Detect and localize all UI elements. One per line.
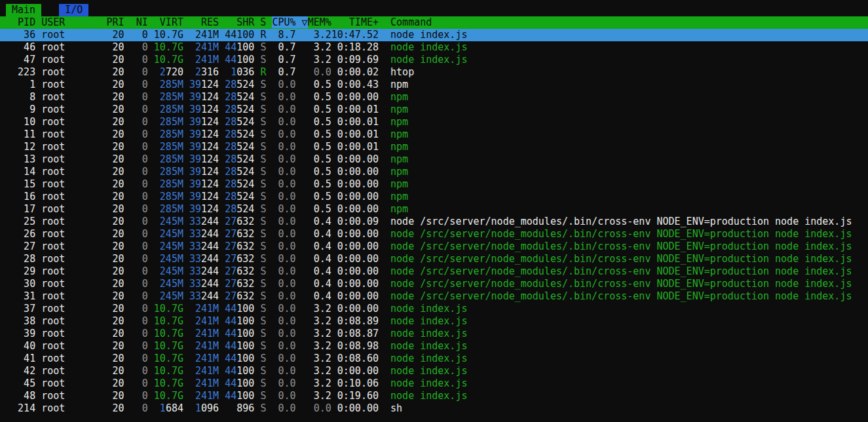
column-header-command[interactable]: Command	[390, 16, 432, 28]
shr-cell: 27	[225, 253, 236, 265]
ni-cell: 0	[124, 79, 148, 90]
process-row[interactable]: 9 root 20 0 285M 39124 28524 S 0.0 0.5 0…	[0, 104, 868, 116]
column-header-ni[interactable]: NI	[124, 16, 148, 28]
gap	[296, 128, 308, 140]
column-header-time[interactable]: TIME+	[331, 16, 379, 28]
process-row[interactable]: 38 root 20 0 10.7G 241M 44100 S 0.0 3.2 …	[0, 315, 868, 328]
pid-cell: 28	[0, 253, 35, 265]
process-row[interactable]: 12 root 20 0 285M 39124 28524 S 0.0 0.5 …	[0, 141, 868, 153]
virt-cell: 245M	[160, 228, 183, 240]
mem-cell: 0.4	[308, 278, 331, 290]
gap	[379, 253, 390, 265]
column-header-pid[interactable]: PID	[0, 16, 35, 28]
virt-cell: 285M	[160, 116, 183, 128]
shr-cell	[219, 265, 225, 277]
process-row[interactable]: 10 root 20 0 285M 39124 28524 S 0.0 0.5 …	[0, 116, 868, 128]
res-cell: 244	[201, 278, 219, 290]
mem-cell: 0.4	[308, 228, 331, 240]
process-row[interactable]: 40 root 20 0 10.7G 241M 44100 S 0.0 3.2 …	[0, 340, 868, 353]
res-cell	[183, 54, 195, 66]
res-cell	[183, 29, 195, 41]
res-cell: 124	[201, 116, 219, 128]
column-header-res[interactable]: RES	[183, 16, 219, 28]
command-cell: npm	[390, 128, 408, 140]
mem-cell: 3.2	[308, 328, 331, 339]
virt-cell: 285M	[160, 79, 183, 90]
shr-cell	[219, 340, 225, 352]
process-row[interactable]: 26 root 20 0 245M 33244 27632 S 0.0 0.4 …	[0, 228, 868, 240]
res-cell: 244	[201, 228, 219, 240]
command-cell: node index.js	[390, 353, 467, 364]
process-row[interactable]: 8 root 20 0 285M 39124 28524 S 0.0 0.5 0…	[0, 91, 868, 104]
virt-cell	[148, 66, 160, 78]
process-row[interactable]: 28 root 20 0 245M 33244 27632 S 0.0 0.4 …	[0, 253, 868, 265]
user-cell: root	[41, 166, 94, 178]
column-header-mem[interactable]: MEM%	[308, 16, 331, 28]
res-cell	[183, 153, 189, 165]
time-cell: 0:00.00	[331, 166, 379, 178]
process-row[interactable]: 25 root 20 0 245M 33244 27632 S 0.0 0.4 …	[0, 216, 868, 228]
process-row[interactable]: 39 root 20 0 10.7G 241M 44100 S 0.0 3.2 …	[0, 328, 868, 340]
pid-cell: 27	[0, 240, 35, 252]
process-row[interactable]: 31 root 20 0 245M 33244 27632 S 0.0 0.4 …	[0, 290, 868, 303]
time-cell: 0:00.00	[331, 228, 379, 240]
process-row[interactable]: 36 root 20 0 10.7G 241M 44100 R 8.7 3.21…	[0, 29, 868, 41]
mem-cell: 0.5	[308, 104, 331, 115]
column-header-pri[interactable]: PRI	[95, 16, 124, 28]
column-header-shr[interactable]: SHR	[219, 16, 254, 28]
pri-cell: 20	[95, 128, 124, 140]
res-cell	[183, 402, 195, 414]
process-row[interactable]: 42 root 20 0 10.7G 241M 44100 S 0.0 3.2 …	[0, 365, 868, 377]
user-cell: root	[41, 365, 94, 377]
ni-cell: 0	[124, 278, 148, 290]
column-header-cpu-sorted[interactable]: CPU% ▽	[272, 16, 307, 28]
user-cell: root	[41, 66, 94, 78]
shr-cell: 100	[236, 377, 254, 389]
shr-cell	[219, 303, 225, 315]
command-cell: npm	[390, 104, 408, 115]
process-row[interactable]: 14 root 20 0 285M 39124 28524 S 0.0 0.5 …	[0, 166, 868, 178]
process-row[interactable]: 13 root 20 0 285M 39124 28524 S 0.0 0.5 …	[0, 153, 868, 166]
gap	[35, 228, 41, 240]
cpu-cell: 0.0	[266, 104, 295, 115]
ni-cell: 0	[124, 104, 148, 115]
process-row[interactable]: 48 root 20 0 10.7G 241M 44100 S 0.0 3.2 …	[0, 390, 868, 402]
process-row[interactable]: 214 root 20 0 1684 1096 896 S 0.0 0.0 0:…	[0, 402, 868, 415]
pid-cell: 39	[0, 328, 35, 339]
virt-cell: 10.7G	[154, 328, 183, 339]
process-row[interactable]: 30 root 20 0 245M 33244 27632 S 0.0 0.4 …	[0, 278, 868, 290]
mem-cell: 0.4	[308, 216, 331, 227]
tab-main[interactable]: Main	[6, 4, 41, 16]
process-row[interactable]: 27 root 20 0 245M 33244 27632 S 0.0 0.4 …	[0, 240, 868, 253]
process-row[interactable]: 11 root 20 0 285M 39124 28524 S 0.0 0.5 …	[0, 128, 868, 141]
shr-cell: 27	[225, 240, 236, 252]
process-row[interactable]: 37 root 20 0 10.7G 241M 44100 S 0.0 3.2 …	[0, 303, 868, 315]
cpu-cell: 0.0	[266, 191, 295, 202]
res-cell: 33	[189, 240, 201, 252]
command-cell: npm	[390, 79, 408, 90]
virt-cell: 285M	[160, 178, 183, 190]
tab-io[interactable]: I/O	[59, 4, 88, 16]
process-row[interactable]: 15 root 20 0 285M 39124 28524 S 0.0 0.5 …	[0, 178, 868, 191]
process-row[interactable]: 1 root 20 0 285M 39124 28524 S 0.0 0.5 0…	[0, 79, 868, 91]
process-row[interactable]: 223 root 20 0 2720 2316 1036 R 0.7 0.0 0…	[0, 66, 868, 79]
gap	[35, 79, 41, 90]
process-row[interactable]: 41 root 20 0 10.7G 241M 44100 S 0.0 3.2 …	[0, 353, 868, 365]
cpu-cell: 0.0	[266, 178, 295, 190]
process-row[interactable]: 46 root 20 0 10.7G 241M 44100 S 0.7 3.2 …	[0, 41, 868, 54]
process-row[interactable]: 47 root 20 0 10.7G 241M 44100 S 0.7 3.2 …	[0, 54, 868, 66]
gap	[296, 79, 308, 90]
virt-cell: 10.7G	[154, 41, 183, 53]
process-row[interactable]: 17 root 20 0 285M 39124 28524 S 0.0 0.5 …	[0, 203, 868, 216]
process-row[interactable]: 16 root 20 0 285M 39124 28524 S 0.0 0.5 …	[0, 191, 868, 203]
column-header-virt[interactable]: VIRT	[148, 16, 183, 28]
process-row[interactable]: 45 root 20 0 10.7G 241M 44100 S 0.0 3.2 …	[0, 377, 868, 390]
gap	[296, 29, 308, 41]
command-cell: node index.js	[390, 54, 467, 66]
res-cell	[183, 328, 195, 339]
gap	[35, 278, 41, 290]
process-row[interactable]: 29 root 20 0 245M 33244 27632 S 0.0 0.4 …	[0, 265, 868, 278]
res-cell: 241M	[195, 353, 219, 364]
column-header-user[interactable]: USER	[41, 16, 94, 28]
column-header-state[interactable]: S	[254, 16, 266, 28]
